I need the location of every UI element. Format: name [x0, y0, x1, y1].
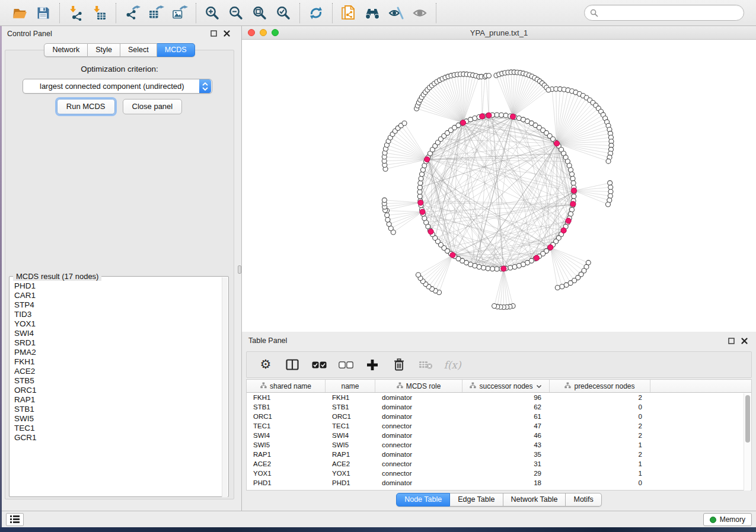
- table-cell: 31: [462, 460, 550, 467]
- column-label: shared name: [270, 382, 311, 390]
- float-table-panel-icon[interactable]: [726, 336, 736, 345]
- tab-edge-table[interactable]: Edge Table: [450, 493, 503, 507]
- zoom-in-icon[interactable]: [200, 3, 224, 23]
- export-image-icon[interactable]: [168, 3, 192, 23]
- search-input[interactable]: [598, 9, 738, 17]
- table-row[interactable]: TEC1TEC1connector472: [247, 421, 751, 431]
- network-graph[interactable]: [242, 40, 756, 332]
- save-session-icon[interactable]: [31, 3, 55, 23]
- mcds-result-item[interactable]: STP4: [10, 300, 224, 310]
- column-layout-icon[interactable]: [282, 355, 303, 374]
- table-scrollbar-thumb[interactable]: [745, 395, 750, 443]
- refresh-icon[interactable]: [304, 3, 328, 23]
- search-network-icon[interactable]: [361, 3, 384, 23]
- table-row[interactable]: YOX1YOX1connector291: [247, 469, 751, 478]
- mcds-result-item[interactable]: YOX1: [10, 319, 224, 329]
- zoom-out-icon[interactable]: [224, 3, 248, 23]
- memory-button[interactable]: Memory: [703, 513, 752, 526]
- export-table-icon[interactable]: [144, 3, 168, 23]
- table-cell: 29: [462, 470, 550, 477]
- import-table-icon[interactable]: [88, 3, 111, 23]
- settings-gear-icon[interactable]: ⚙: [255, 355, 276, 374]
- splitter-handle[interactable]: [238, 265, 241, 274]
- tab-style[interactable]: Style: [88, 43, 120, 57]
- column-header-predecessor-nodes[interactable]: predecessor nodes: [550, 380, 650, 392]
- column-header-successor-nodes[interactable]: successor nodes: [462, 380, 550, 392]
- deselect-all-icon[interactable]: [335, 355, 356, 374]
- table-row[interactable]: ACE2ACE2connector311: [247, 459, 751, 469]
- show-panel-icon[interactable]: [408, 3, 432, 23]
- table-cell: ORC1: [326, 413, 375, 420]
- table-cell: TEC1: [247, 422, 326, 430]
- mcds-result-item[interactable]: CAR1: [10, 291, 224, 300]
- export-network-icon[interactable]: [120, 3, 144, 23]
- mcds-result-item[interactable]: RAP1: [10, 395, 224, 405]
- import-network-icon[interactable]: [64, 3, 88, 23]
- optimization-criterion-dropdown[interactable]: largest connected component (undirected): [23, 79, 212, 94]
- table-row[interactable]: PHD1PHD1dominator180: [247, 478, 751, 488]
- network-titlebar: YPA_prune.txt_1: [242, 26, 756, 40]
- table-row[interactable]: FKH1FKH1dominator962: [247, 393, 751, 402]
- mcds-result-item[interactable]: TEC1: [10, 424, 224, 433]
- network-document-icon[interactable]: [337, 3, 361, 23]
- mcds-result-item[interactable]: PMA2: [10, 348, 224, 357]
- table-row[interactable]: STB1STB1dominator620: [247, 402, 751, 412]
- memory-label: Memory: [720, 515, 745, 524]
- mcds-result-item[interactable]: PHD1: [10, 281, 224, 291]
- table-row[interactable]: SWI4SWI4dominator462: [247, 431, 751, 440]
- hide-panel-icon[interactable]: [384, 3, 408, 23]
- mcds-result-item[interactable]: STB5: [10, 376, 224, 386]
- mcds-result-item[interactable]: SWI5: [10, 414, 224, 424]
- network-canvas[interactable]: [242, 40, 756, 332]
- mcds-result-item[interactable]: GCR1: [10, 433, 224, 443]
- zoom-group: [196, 3, 300, 23]
- open-session-icon[interactable]: [8, 3, 31, 23]
- control-panel: Control Panel NetworkStyleSelectMCDS Opt…: [2, 26, 237, 511]
- tab-mcds[interactable]: MCDS: [157, 43, 195, 57]
- tab-network-table[interactable]: Network Table: [503, 493, 566, 507]
- column-header-MCDS-role[interactable]: MCDS role: [375, 380, 462, 392]
- zoom-fit-icon[interactable]: [248, 3, 272, 23]
- table-cell: STB1: [326, 403, 375, 411]
- zoom-selected-icon[interactable]: [272, 3, 295, 23]
- tab-motifs[interactable]: Motifs: [566, 493, 601, 507]
- mcds-result-item[interactable]: TID3: [10, 310, 224, 319]
- table-row[interactable]: ORC1ORC1dominator610: [247, 412, 751, 421]
- select-all-icon[interactable]: [308, 355, 330, 374]
- tab-select[interactable]: Select: [120, 43, 157, 57]
- float-panel-icon[interactable]: [208, 29, 219, 39]
- tab-network[interactable]: Network: [44, 43, 88, 57]
- table-cell: 1: [550, 441, 650, 448]
- table-row[interactable]: RAP1RAP1dominator352: [247, 450, 751, 459]
- table-panel-header: Table Panel: [242, 332, 756, 350]
- delete-column-icon[interactable]: [388, 355, 410, 374]
- table-cell: 1: [550, 470, 650, 477]
- column-header-shared-name[interactable]: shared name: [247, 380, 326, 392]
- table-cell: YOX1: [326, 470, 375, 477]
- close-table-panel-icon[interactable]: [739, 336, 749, 345]
- table-cell: SWI5: [326, 441, 375, 448]
- mcds-result-item[interactable]: SWI4: [10, 329, 224, 338]
- mcds-result-scrollbar[interactable]: [222, 277, 228, 497]
- table-row[interactable]: SWI5SWI5connector431: [247, 440, 751, 450]
- table-cell: connector: [375, 460, 462, 467]
- column-header-name[interactable]: name: [326, 380, 375, 392]
- node-table: shared namenameMCDS rolesuccessor nodesp…: [246, 379, 752, 491]
- mcds-result-item[interactable]: STB1: [10, 405, 224, 414]
- task-list-icon: [10, 515, 20, 523]
- task-history-button[interactable]: [6, 513, 24, 526]
- mcds-result-item[interactable]: ORC1: [10, 386, 224, 395]
- close-panel-icon[interactable]: [221, 29, 232, 39]
- node-table-header: shared namenameMCDS rolesuccessor nodesp…: [247, 380, 751, 393]
- close-panel-button[interactable]: Close panel: [123, 99, 183, 114]
- run-mcds-button[interactable]: Run MCDS: [57, 99, 115, 114]
- table-scrollbar[interactable]: [744, 393, 751, 491]
- mcds-result-item[interactable]: FKH1: [10, 357, 224, 367]
- add-column-icon[interactable]: [362, 355, 383, 374]
- mcds-button-row: Run MCDS Close panel: [5, 99, 234, 114]
- mcds-result-item[interactable]: SRD1: [10, 338, 224, 348]
- tab-node-table[interactable]: Node Table: [396, 493, 450, 507]
- table-cell: dominator: [375, 451, 462, 458]
- mcds-result-item[interactable]: ACE2: [10, 367, 224, 376]
- panel-splitter[interactable]: [237, 26, 242, 511]
